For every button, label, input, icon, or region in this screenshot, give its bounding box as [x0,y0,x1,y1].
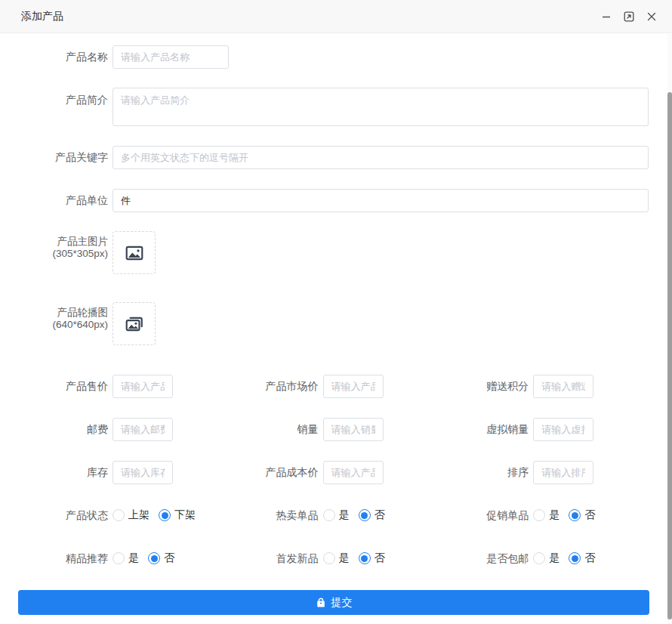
field-sale-price: 产品售价 [18,375,229,398]
add-product-form: 产品名称 产品简介 产品关键字 产品单位 产品主图片 (305*305px) [0,33,649,615]
field-carousel-image: 产品轮播图 (640*640px) [18,302,649,345]
radio-checked-icon [148,552,160,564]
images-icon [125,314,144,334]
radio-group-promo-item: 促销单品 是 否 [439,508,649,523]
field-cost-price: 产品成本价 [229,461,439,484]
sort-input[interactable] [533,461,593,484]
radio-promo-yes[interactable]: 是 [533,508,559,522]
submit-button[interactable]: 提交 [18,590,649,615]
field-product-unit: 产品单位 [18,189,649,212]
radio-new-yes[interactable]: 是 [323,551,350,565]
radio-shipping-yes[interactable]: 是 [533,551,559,565]
maximize-button[interactable] [621,8,637,25]
radio-icon [113,552,125,564]
radio-group-free-shipping: 是否包邮 是 否 [439,551,649,566]
radio-hot-no[interactable]: 否 [359,508,385,522]
bag-icon [316,598,326,608]
postage-input[interactable] [113,418,173,441]
field-sort: 排序 [439,461,649,484]
postage-row: 邮费 销量 虚拟销量 [18,418,649,441]
titlebar: 添加产品 [0,0,672,33]
radio-checked-icon [359,552,371,564]
minimize-icon [600,11,612,23]
radio-status-on[interactable]: 上架 [113,508,150,522]
gift-points-input[interactable] [533,375,593,398]
radio-checked-icon [159,509,171,521]
product-name-label: 产品名称 [18,51,108,63]
radio-checked-icon [569,552,581,564]
cost-price-input[interactable] [323,461,384,484]
recommend-row: 精品推荐 是 否 首发新品 是 [18,551,649,566]
radio-icon [323,552,335,564]
image-icon [125,243,144,263]
radio-group-new-release: 首发新品 是 否 [229,551,439,566]
radio-hot-yes[interactable]: 是 [323,508,350,522]
price-row: 产品售价 产品市场价 赠送积分 [18,375,649,398]
sale-price-input[interactable] [113,375,173,398]
window-title: 添加产品 [21,10,63,23]
product-keywords-input[interactable] [113,146,649,169]
radio-status-off[interactable]: 下架 [159,508,196,522]
carousel-image-upload[interactable] [113,302,156,345]
sales-input[interactable] [323,418,384,441]
radio-group-product-status: 产品状态 上架 下架 [18,508,229,523]
radio-checked-icon [569,509,581,521]
radio-featured-no[interactable]: 否 [148,551,174,565]
virtual-sales-input[interactable] [533,418,593,441]
field-virtual-sales: 虚拟销量 [439,418,649,441]
field-sales: 销量 [229,418,439,441]
field-product-keywords: 产品关键字 [18,146,649,169]
window-controls [598,8,660,25]
stock-input[interactable] [113,461,173,484]
field-gift-points: 赠送积分 [439,375,649,398]
radio-promo-no[interactable]: 否 [569,508,595,522]
main-image-label: 产品主图片 (305*305px) [18,236,108,260]
radio-icon [533,509,545,521]
radio-new-no[interactable]: 否 [359,551,385,565]
field-product-name: 产品名称 [18,45,649,69]
radio-group-hot-item: 热卖单品 是 否 [229,508,439,523]
product-unit-label: 产品单位 [18,194,108,206]
product-keywords-label: 产品关键字 [18,151,108,163]
maximize-icon [623,11,635,23]
product-intro-textarea[interactable] [113,88,649,126]
close-icon [646,11,658,23]
radio-icon [323,509,335,521]
radio-icon [533,552,545,564]
field-postage: 邮费 [18,418,229,441]
product-name-input[interactable] [113,45,229,69]
radio-shipping-no[interactable]: 否 [569,551,595,565]
main-image-upload[interactable] [113,231,156,274]
product-intro-label: 产品简介 [18,94,108,106]
minimize-button[interactable] [598,8,615,25]
field-stock: 库存 [18,461,229,484]
market-price-input[interactable] [323,375,384,398]
close-button[interactable] [643,8,660,25]
radio-icon [113,509,125,521]
field-market-price: 产品市场价 [229,375,439,398]
carousel-image-label: 产品轮播图 (640*640px) [18,307,108,331]
radio-featured-yes[interactable]: 是 [113,551,139,565]
field-product-intro: 产品简介 [18,88,649,126]
status-row: 产品状态 上架 下架 热卖单品 是 [18,508,649,523]
field-main-image: 产品主图片 (305*305px) [18,231,649,274]
stock-row: 库存 产品成本价 排序 [18,461,649,484]
radio-group-featured: 精品推荐 是 否 [18,551,229,566]
radio-checked-icon [359,509,371,521]
scrollbar-thumb[interactable] [667,92,672,619]
product-unit-input[interactable] [113,189,649,212]
